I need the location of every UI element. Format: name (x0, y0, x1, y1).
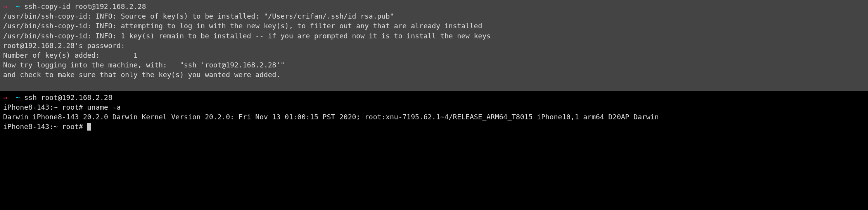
terminal-session-2: → ~ ssh root@192.168.2.28 iPhone8-143:~ … (0, 91, 868, 133)
output-line: Now try logging into the machine, with: … (3, 60, 865, 70)
output-line (3, 80, 865, 90)
terminal-session-1: → ~ ssh-copy-id root@192.168.2.28 /usr/b… (0, 0, 868, 91)
prompt-arrow-icon: → (3, 93, 7, 102)
command-text: ssh root@192.168.2.28 (24, 93, 112, 102)
command-line-2[interactable]: → ~ ssh root@192.168.2.28 (3, 93, 865, 102)
prompt-path: ~ (7, 93, 24, 102)
output-line: Darwin iPhone8-143 20.2.0 Darwin Kernel … (3, 112, 865, 122)
output-line: /usr/bin/ssh-copy-id: INFO: 1 key(s) rem… (3, 31, 865, 41)
prompt-path: ~ (7, 2, 24, 10)
prompt-arrow-icon: → (3, 2, 7, 10)
output-line: /usr/bin/ssh-copy-id: INFO: attempting t… (3, 21, 865, 31)
output-line: /usr/bin/ssh-copy-id: INFO: Source of ke… (3, 11, 865, 21)
remote-command: uname -a (87, 103, 121, 111)
remote-prompt: iPhone8-143:~ root# (3, 103, 87, 111)
output-line: and check to make sure that only the key… (3, 70, 865, 79)
output-line: Number of key(s) added: 1 (3, 50, 865, 60)
output-line: root@192.168.2.28's password: (3, 41, 865, 50)
remote-prompt: iPhone8-143:~ root# (3, 122, 87, 131)
command-text: ssh-copy-id root@192.168.2.28 (24, 2, 146, 10)
cursor-icon (87, 123, 91, 131)
remote-command-line[interactable]: iPhone8-143:~ root# uname -a (3, 102, 865, 112)
command-line-1[interactable]: → ~ ssh-copy-id root@192.168.2.28 (3, 2, 865, 11)
remote-prompt-line[interactable]: iPhone8-143:~ root# (3, 122, 865, 131)
